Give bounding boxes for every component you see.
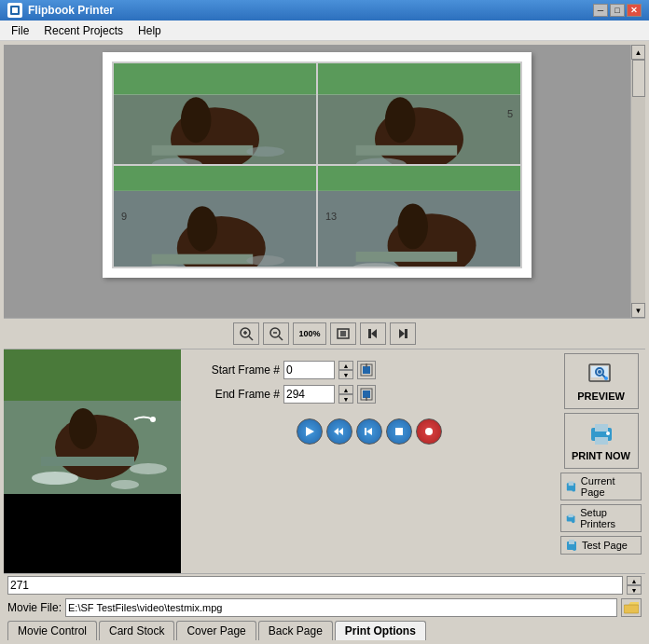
svg-point-76 <box>572 488 575 492</box>
vertical-scrollbar[interactable]: ▲ ▼ <box>630 45 645 318</box>
svg-rect-36 <box>340 331 346 336</box>
tab-bar: Movie Control Card Stock Cover Page Back… <box>4 619 645 640</box>
svg-rect-72 <box>595 437 608 445</box>
svg-rect-19 <box>152 254 254 265</box>
svg-line-33 <box>279 336 283 340</box>
print-now-label: PRINT NOW <box>572 450 630 461</box>
end-frame-input[interactable] <box>283 385 335 404</box>
zoom-in-button[interactable] <box>233 322 259 345</box>
svg-rect-15 <box>114 166 316 191</box>
svg-rect-55 <box>363 391 370 398</box>
frame-pos-up[interactable]: ▲ <box>627 576 642 585</box>
preview-panel: 5 9 <box>4 45 645 318</box>
frame-position-spinner: ▲ ▼ <box>627 576 642 595</box>
svg-rect-78 <box>568 514 573 517</box>
frame-num-5: 5 <box>507 108 513 119</box>
svg-line-29 <box>249 336 253 340</box>
svg-point-18 <box>187 206 218 252</box>
svg-rect-71 <box>595 424 608 432</box>
zoom-100-button[interactable]: 100% <box>293 322 326 345</box>
svg-rect-26 <box>356 252 458 262</box>
svg-marker-60 <box>366 428 372 435</box>
svg-marker-58 <box>338 428 343 435</box>
frame-position-input[interactable] <box>7 576 623 595</box>
frame-num-9: 9 <box>121 211 127 222</box>
movie-file-bar: Movie File: <box>4 596 645 619</box>
end-frame-spinner: ▲ ▼ <box>338 385 353 404</box>
play-button[interactable] <box>297 418 323 445</box>
svg-rect-1 <box>12 7 18 13</box>
minimize-button[interactable]: ─ <box>593 4 608 17</box>
prev-page-button[interactable] <box>360 322 386 345</box>
svg-rect-75 <box>569 481 574 486</box>
svg-point-49 <box>111 480 139 489</box>
scroll-track[interactable] <box>631 60 645 303</box>
svg-point-73 <box>606 432 610 435</box>
tab-movie-control[interactable]: Movie Control <box>7 621 97 640</box>
end-frame-set[interactable] <box>357 385 376 404</box>
stop-button[interactable] <box>386 418 412 445</box>
menu-bar: File Recent Projects Help <box>0 21 649 41</box>
movie-file-input[interactable] <box>65 598 617 617</box>
frame-pos-down[interactable]: ▼ <box>627 585 642 595</box>
page-cell-1 <box>113 62 317 165</box>
end-frame-up[interactable]: ▲ <box>338 385 353 394</box>
svg-point-25 <box>397 203 428 249</box>
app-icon <box>7 3 22 18</box>
rewind-button[interactable] <box>326 418 352 445</box>
tab-cover-page[interactable]: Cover Page <box>176 621 255 640</box>
preview-button[interactable]: PREVIEW <box>564 353 639 409</box>
print-now-button[interactable]: PRINT NOW <box>564 413 639 469</box>
tab-print-options[interactable]: Print Options <box>335 621 426 640</box>
close-button[interactable]: ✕ <box>627 4 642 17</box>
scroll-thumb[interactable] <box>632 60 645 97</box>
zoom-out-button[interactable] <box>263 322 289 345</box>
tab-card-stock[interactable]: Card Stock <box>99 621 174 640</box>
preview-scroll-area: 5 9 <box>4 45 630 318</box>
menu-help[interactable]: Help <box>131 22 169 39</box>
svg-marker-40 <box>399 329 405 338</box>
svg-rect-2 <box>114 63 316 95</box>
svg-point-67 <box>598 370 601 374</box>
current-page-label: Current Page <box>581 475 637 498</box>
status-bar: ▲ ▼ <box>4 573 645 596</box>
scroll-down-button[interactable]: ▼ <box>631 303 645 318</box>
start-frame-up[interactable]: ▲ <box>338 361 353 370</box>
svg-rect-52 <box>363 366 370 374</box>
preview-page: 5 9 <box>103 52 532 278</box>
tab-back-page[interactable]: Back Page <box>258 621 333 640</box>
start-frame-down[interactable]: ▼ <box>338 370 353 379</box>
svg-point-47 <box>32 472 78 485</box>
zoom-toolbar: 100% <box>4 318 645 349</box>
menu-recent-projects[interactable]: Recent Projects <box>36 22 131 39</box>
start-frame-row: Start Frame # ▲ ▼ <box>196 361 542 379</box>
current-page-button[interactable]: Current Page <box>560 473 642 500</box>
end-frame-down[interactable]: ▼ <box>338 394 353 404</box>
setup-printers-button[interactable]: Setup Printers <box>560 504 642 532</box>
maximize-button[interactable]: □ <box>610 4 625 17</box>
test-page-label: Test Page <box>582 540 628 551</box>
step-back-button[interactable] <box>356 418 382 445</box>
svg-point-5 <box>181 97 212 143</box>
right-action-panel: PREVIEW PRINT NOW Current Page <box>557 349 645 573</box>
fit-page-button[interactable] <box>330 322 356 345</box>
main-container: 5 9 <box>0 41 649 644</box>
start-frame-label: Start Frame # <box>196 363 280 377</box>
start-frame-spinner: ▲ ▼ <box>338 361 353 379</box>
setup-printers-label: Setup Printers <box>580 507 637 529</box>
bottom-section: Start Frame # ▲ ▼ End <box>4 349 645 573</box>
start-frame-set[interactable] <box>357 361 376 379</box>
svg-marker-59 <box>334 428 338 435</box>
svg-rect-37 <box>368 329 371 338</box>
browse-button[interactable] <box>621 598 642 617</box>
test-page-button[interactable]: Test Page <box>560 536 642 555</box>
menu-file[interactable]: File <box>4 22 36 39</box>
scroll-up-button[interactable]: ▲ <box>631 45 645 60</box>
page-cell-3: 9 <box>113 165 317 267</box>
record-button[interactable] <box>416 418 442 445</box>
next-page-button[interactable] <box>390 322 416 345</box>
svg-point-12 <box>385 97 416 143</box>
start-frame-input[interactable] <box>283 361 335 379</box>
svg-point-44 <box>55 415 139 480</box>
svg-point-21 <box>246 255 284 266</box>
